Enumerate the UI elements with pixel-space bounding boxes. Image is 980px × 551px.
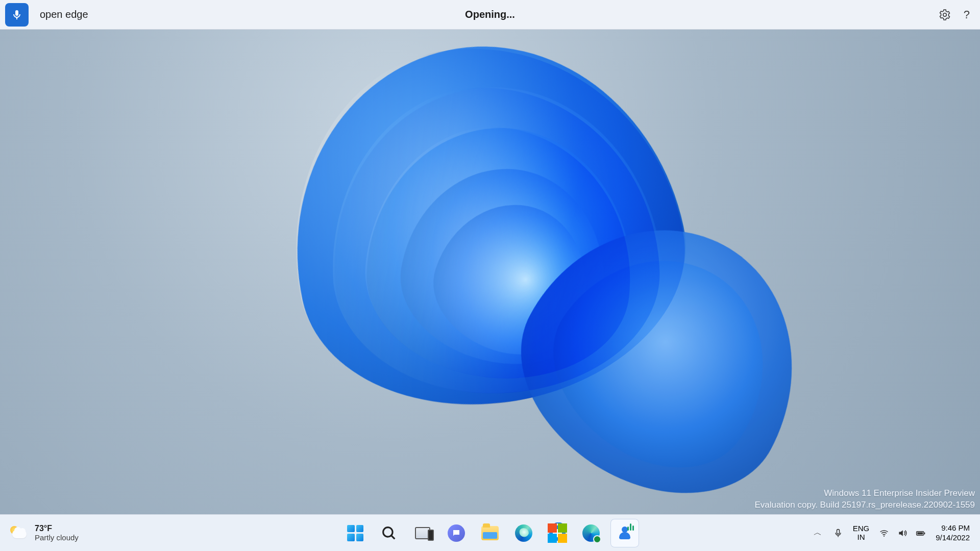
voice-access-bars-icon [627, 523, 634, 531]
chevron-up-icon: ︿ [814, 528, 822, 538]
clock-date: 9/14/2022 [936, 533, 970, 543]
weather-condition: Partly cloudy [35, 533, 79, 542]
chat-button[interactable] [442, 519, 471, 547]
quick-settings-button[interactable] [878, 528, 926, 539]
voice-access-bar: open edge Opening... ? [0, 0, 980, 30]
tray-microphone-indicator[interactable] [832, 528, 844, 539]
language-indicator[interactable]: ENG IN [853, 524, 870, 541]
battery-icon [915, 528, 926, 539]
svg-rect-3 [837, 529, 839, 534]
microphone-toggle-button[interactable] [5, 3, 29, 27]
language-code: ENG [853, 524, 870, 533]
language-region: IN [853, 533, 870, 542]
search-button[interactable] [375, 519, 403, 547]
wallpaper-bloom-graphic [158, 30, 822, 514]
weather-temperature: 73°F [35, 523, 79, 533]
system-tray: ︿ ENG IN 9:46 PM 9/14/2022 [812, 523, 980, 543]
watermark-line-1: Windows 11 Enterprise Insider Preview [754, 488, 975, 499]
help-icon: ? [964, 8, 970, 21]
voice-status-text: Opening... [465, 9, 515, 20]
svg-point-0 [943, 13, 946, 16]
clock-time: 9:46 PM [936, 523, 970, 533]
watermark-line-2: Evaluation copy. Build 25197.rs_prerelea… [754, 499, 975, 511]
search-icon [380, 524, 398, 542]
gear-icon [939, 9, 951, 21]
weather-icon [9, 524, 28, 542]
microphone-small-icon [833, 528, 843, 538]
edge-dev-icon [582, 524, 600, 542]
voice-access-taskbar-button[interactable] [610, 519, 639, 547]
weather-widget[interactable]: 73°F Partly cloudy [0, 523, 79, 542]
task-view-icon [415, 527, 430, 539]
desktop-wallpaper[interactable]: Windows 11 Enterprise Insider Preview Ev… [0, 30, 980, 514]
clock-button[interactable]: 9:46 PM 9/14/2022 [936, 523, 970, 543]
taskbar-center [341, 519, 639, 547]
folder-icon [481, 526, 499, 540]
store-windows-glyph [548, 523, 567, 543]
microsoft-store-button[interactable] [543, 519, 572, 547]
insider-watermark: Windows 11 Enterprise Insider Preview Ev… [754, 488, 975, 511]
svg-point-4 [884, 535, 885, 536]
start-button[interactable] [341, 519, 370, 547]
windows-logo-icon [347, 525, 363, 541]
wifi-icon [878, 528, 890, 539]
svg-line-2 [391, 535, 395, 539]
svg-rect-7 [918, 532, 923, 534]
volume-icon [897, 528, 908, 539]
edge-button[interactable] [509, 519, 538, 547]
edge-dev-button[interactable] [577, 519, 605, 547]
file-explorer-button[interactable] [476, 519, 504, 547]
voice-help-button[interactable]: ? [964, 8, 970, 21]
edge-icon [515, 524, 532, 542]
microphone-icon [11, 9, 23, 21]
tray-overflow-button[interactable]: ︿ [812, 528, 823, 539]
chat-icon [448, 524, 465, 542]
taskbar: 73°F Partly cloudy [0, 514, 980, 551]
voice-command-text: open edge [40, 9, 88, 20]
svg-point-1 [383, 527, 393, 536]
task-view-button[interactable] [408, 519, 437, 547]
svg-rect-6 [924, 532, 925, 534]
voice-settings-button[interactable] [938, 8, 951, 21]
